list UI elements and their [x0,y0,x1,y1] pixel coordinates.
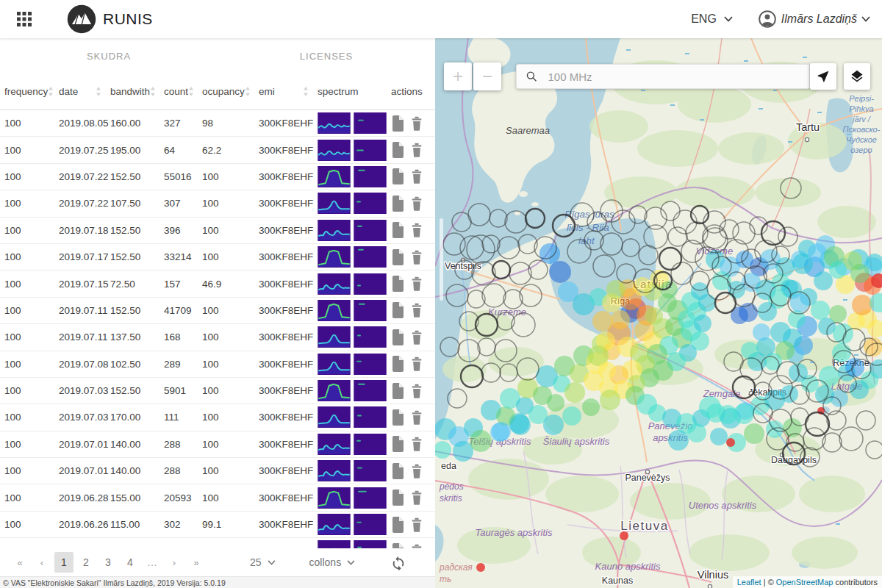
delete-record-button[interactable] [411,384,423,398]
measurement-marker[interactable] [781,385,798,403]
leaflet-link[interactable]: Leaflet [737,578,761,587]
measurement-marker[interactable] [510,415,531,435]
measurement-marker[interactable] [770,322,791,343]
open-record-button[interactable] [391,115,404,132]
delete-record-button[interactable] [411,330,423,345]
delete-record-button[interactable] [411,196,423,211]
measurement-marker[interactable] [726,438,735,447]
waterfall-thumbnail[interactable] [354,300,387,321]
measurement-marker[interactable] [562,406,581,426]
measurement-marker[interactable] [620,531,628,540]
open-record-button[interactable] [391,517,404,533]
page-nav-«[interactable]: « [10,552,29,573]
measurement-marker[interactable] [852,295,872,315]
open-record-button[interactable] [391,302,404,318]
measurement-marker[interactable] [547,394,564,412]
measurement-marker[interactable] [850,380,869,399]
measurement-marker[interactable] [668,430,689,451]
delete-record-button[interactable] [411,116,423,131]
zoom-in-button[interactable]: + [444,62,472,90]
waterfall-thumbnail[interactable] [354,326,387,348]
page-nav-›[interactable]: › [165,552,184,573]
measurement-marker[interactable] [687,423,706,442]
measurement-marker[interactable] [698,294,716,312]
spectrum-thumbnail[interactable] [318,246,351,268]
waterfall-thumbnail[interactable] [354,112,387,134]
open-record-button[interactable] [391,356,404,372]
measurement-marker[interactable] [734,404,754,424]
spectrum-thumbnail[interactable] [318,326,351,348]
measurement-marker[interactable] [470,430,492,452]
open-record-button[interactable] [391,222,404,238]
map-container[interactable]: SaaremaaTartuPeipsi-Pihkvajärv /Псковско… [435,38,882,588]
page-3[interactable]: 3 [98,552,118,573]
spectrum-thumbnail[interactable] [318,460,351,481]
search-input[interactable] [548,71,800,83]
waterfall-thumbnail[interactable] [354,140,387,161]
delete-record-button[interactable] [411,517,423,532]
waterfall-thumbnail[interactable] [354,514,387,535]
column-header-ocupancy[interactable]: ocupancy [202,86,259,97]
spectrum-thumbnail[interactable] [318,514,351,535]
locate-button[interactable] [810,63,836,90]
spectrum-thumbnail[interactable] [318,406,351,428]
page-nav-»[interactable]: » [187,552,206,573]
spectrum-thumbnail[interactable] [318,273,351,295]
open-record-button[interactable] [391,196,404,212]
measurement-marker[interactable] [598,362,616,379]
delete-record-button[interactable] [411,410,423,425]
spectrum-thumbnail[interactable] [318,354,351,375]
page-nav-‹[interactable]: ‹ [32,552,51,573]
column-header-date[interactable]: date [59,86,110,97]
measurement-marker[interactable] [645,307,663,325]
open-record-button[interactable] [391,543,404,548]
waterfall-thumbnail[interactable] [354,220,387,241]
measurement-marker[interactable] [476,563,485,572]
waterfall-thumbnail[interactable] [354,273,387,295]
columns-select[interactable]: collons [309,556,356,568]
measurement-marker[interactable] [564,382,585,403]
measurement-marker[interactable] [549,261,571,283]
measurement-marker[interactable] [744,423,764,444]
measurement-marker[interactable] [741,342,759,359]
waterfall-thumbnail[interactable] [354,193,387,214]
refresh-button[interactable] [390,554,406,570]
measurement-marker[interactable] [694,315,711,332]
layers-button[interactable] [844,63,870,90]
delete-record-button[interactable] [411,490,423,505]
spectrum-thumbnail[interactable] [318,380,351,401]
spectrum-thumbnail[interactable] [318,487,351,509]
delete-record-button[interactable] [411,356,423,371]
open-record-button[interactable] [391,409,404,426]
delete-record-button[interactable] [411,143,423,157]
open-record-button[interactable] [391,329,404,345]
spectrum-thumbnail[interactable] [318,193,351,214]
column-header-bandwith[interactable]: bandwith [110,86,164,97]
waterfall-thumbnail[interactable] [354,460,387,481]
delete-record-button[interactable] [411,223,423,237]
open-record-button[interactable] [391,249,404,265]
measurement-marker[interactable] [606,280,625,299]
measurement-marker[interactable] [758,302,777,321]
measurement-marker[interactable] [543,415,564,435]
measurement-marker[interactable] [611,310,630,329]
spectrum-thumbnail[interactable] [318,166,351,187]
spectrum-thumbnail[interactable] [318,112,351,134]
delete-record-button[interactable] [411,169,423,184]
open-record-button[interactable] [391,490,404,506]
spectrum-thumbnail[interactable] [318,140,351,161]
map-scrollbar[interactable] [440,218,443,301]
measurement-marker[interactable] [699,396,721,418]
measurement-marker[interactable] [829,261,847,279]
measurement-marker[interactable] [814,271,833,290]
waterfall-thumbnail[interactable] [354,354,387,375]
delete-record-button[interactable] [411,464,423,478]
page-1[interactable]: 1 [54,552,74,573]
measurement-marker[interactable] [832,343,851,362]
waterfall-thumbnail[interactable] [354,406,387,428]
spectrum-thumbnail[interactable] [318,540,351,548]
osm-link[interactable]: OpenStreetMap [776,578,833,587]
delete-record-button[interactable] [411,437,423,451]
open-record-button[interactable] [391,383,404,399]
page-4[interactable]: 4 [121,552,140,573]
